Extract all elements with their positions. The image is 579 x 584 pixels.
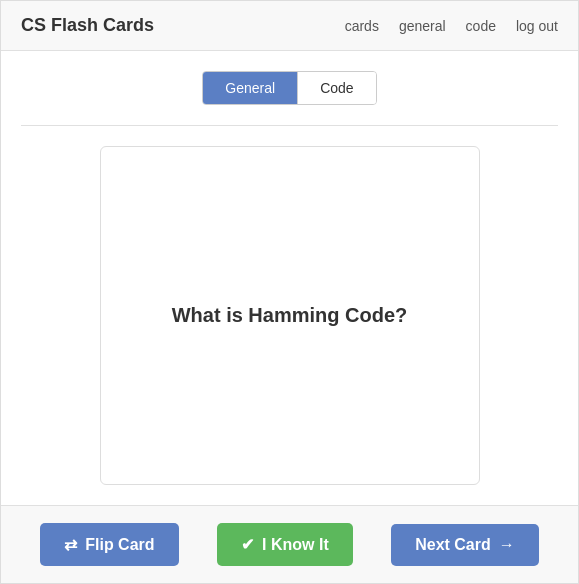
app-brand: CS Flash Cards	[21, 15, 154, 36]
know-it-label: I Know It	[262, 536, 329, 554]
next-card-label: Next Card	[415, 536, 491, 554]
tab-general[interactable]: General	[203, 72, 298, 104]
know-it-button[interactable]: ✔ I Know It	[217, 523, 353, 566]
flip-icon: ⇄	[64, 535, 77, 554]
navbar: CS Flash Cards cards general code log ou…	[1, 1, 578, 51]
tab-code[interactable]: Code	[298, 72, 375, 104]
flip-card-label: Flip Card	[85, 536, 154, 554]
arrow-right-icon: →	[499, 536, 515, 554]
check-icon: ✔	[241, 535, 254, 554]
main-content: General Code What is Hamming Code?	[1, 51, 578, 505]
flip-card-button[interactable]: ⇄ Flip Card	[40, 523, 178, 566]
nav-link-cards[interactable]: cards	[345, 18, 379, 34]
navbar-nav: cards general code log out	[345, 18, 558, 34]
flash-card[interactable]: What is Hamming Code?	[100, 146, 480, 485]
nav-link-logout[interactable]: log out	[516, 18, 558, 34]
action-bar: ⇄ Flip Card ✔ I Know It Next Card →	[1, 505, 578, 583]
app-container: CS Flash Cards cards general code log ou…	[0, 0, 579, 584]
section-divider	[21, 125, 558, 126]
flash-card-text: What is Hamming Code?	[172, 304, 408, 327]
nav-link-general[interactable]: general	[399, 18, 446, 34]
next-card-button[interactable]: Next Card →	[391, 524, 539, 566]
nav-link-code[interactable]: code	[466, 18, 496, 34]
tab-group: General Code	[202, 71, 376, 105]
